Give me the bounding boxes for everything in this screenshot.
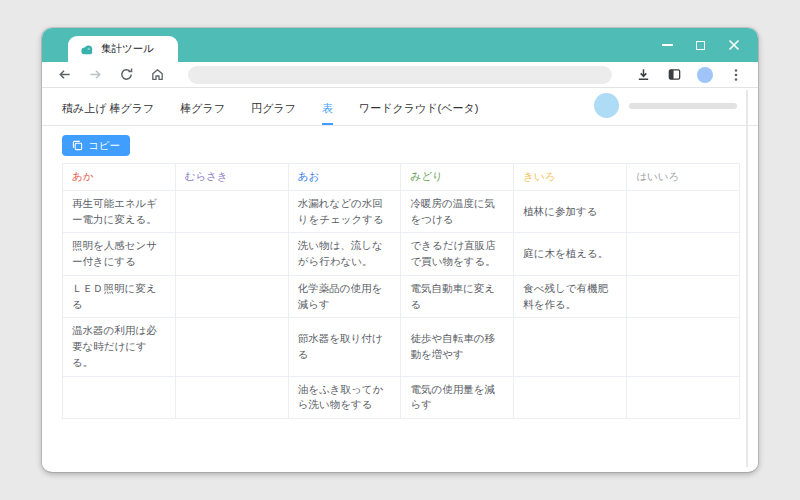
back-icon[interactable]: [56, 67, 72, 83]
table-cell: [175, 233, 288, 276]
side-panel-icon[interactable]: [666, 67, 682, 83]
desktop-background: 集計ツール: [0, 0, 800, 500]
table-cell: 食べ残しで有機肥料を作る。: [514, 275, 627, 318]
page-content: 積み上げ 棒グラフ棒グラフ円グラフ表ワードクラウド(ベータ) コピー あかむらさ…: [42, 88, 758, 471]
table-cell: できるだけ直販店で買い物をする。: [401, 233, 514, 276]
download-icon[interactable]: [635, 67, 651, 83]
table-cell: [627, 318, 740, 376]
column-header: あお: [288, 164, 401, 191]
table-header-row: あかむらさきあおみどりきいろはいいろ: [63, 164, 740, 191]
table-cell: 水漏れなどの水回りをチェックする: [288, 190, 401, 233]
page-tab-1[interactable]: 積み上げ 棒グラフ: [62, 101, 154, 125]
data-table: あかむらさきあおみどりきいろはいいろ 再生可能エネルギー電力に変える。水漏れなど…: [62, 163, 740, 419]
table-cell: [514, 318, 627, 376]
table-cell: [627, 376, 740, 419]
table-cell: 庭に木を植える。: [514, 233, 627, 276]
table-cell: 洗い物は、流しながら行わない。: [288, 233, 401, 276]
column-header: あか: [63, 164, 176, 191]
column-header: きいろ: [514, 164, 627, 191]
table-row: 再生可能エネルギー電力に変える。水漏れなどの水回りをチェックする冷暖房の温度に気…: [63, 190, 740, 233]
table-cell: [175, 318, 288, 376]
maximize-icon[interactable]: [694, 39, 707, 52]
table-cell: [175, 376, 288, 419]
profile-avatar[interactable]: [697, 67, 713, 83]
table-cell: 油をふき取ってから洗い物をする: [288, 376, 401, 419]
page-tab-2[interactable]: 棒グラフ: [180, 101, 225, 125]
table-cell: ＬＥＤ照明に変える: [63, 275, 176, 318]
cloud-favicon-icon: [80, 44, 94, 55]
table-cell: [627, 190, 740, 233]
table-body: 再生可能エネルギー電力に変える。水漏れなどの水回りをチェックする冷暖房の温度に気…: [63, 190, 740, 418]
table-cell: 照明を人感センサー付きにする: [63, 233, 176, 276]
table-cell: 徒歩や自転車の移動を増やす: [401, 318, 514, 376]
table-cell: [175, 275, 288, 318]
table-cell: 化学薬品の使用を減らす: [288, 275, 401, 318]
column-header: はいいろ: [627, 164, 740, 191]
browser-window: 集計ツール: [42, 28, 758, 472]
scrollbar-track[interactable]: [746, 90, 748, 467]
table-cell: [627, 233, 740, 276]
loading-skeleton: [594, 93, 737, 118]
table-cell: 冷暖房の温度に気をつける: [401, 190, 514, 233]
titlebar: 集計ツール: [42, 28, 758, 62]
minimize-icon[interactable]: [661, 39, 674, 52]
table-cell: [175, 190, 288, 233]
window-controls: [661, 28, 740, 62]
copy-icon: [72, 140, 83, 151]
table-row: 照明を人感センサー付きにする洗い物は、流しながら行わない。できるだけ直販店で買い…: [63, 233, 740, 276]
copy-button-label: コピー: [88, 139, 120, 153]
table-cell: [63, 376, 176, 419]
reload-icon[interactable]: [118, 67, 134, 83]
column-header: みどり: [401, 164, 514, 191]
page-tab-4[interactable]: 表: [322, 101, 333, 125]
page-tab-5[interactable]: ワードクラウド(ベータ): [359, 101, 478, 125]
address-bar[interactable]: [188, 66, 612, 84]
browser-toolbar: [42, 62, 758, 88]
copy-button[interactable]: コピー: [62, 135, 130, 156]
tabs-divider: [42, 125, 758, 126]
table-cell: [627, 275, 740, 318]
menu-dots-icon[interactable]: [728, 67, 744, 83]
browser-tab[interactable]: 集計ツール: [68, 36, 178, 62]
table-cell: [514, 376, 627, 419]
avatar-placeholder: [594, 93, 619, 118]
table-cell: 再生可能エネルギー電力に変える。: [63, 190, 176, 233]
column-header: むらさき: [175, 164, 288, 191]
table-cell: 植林に参加する: [514, 190, 627, 233]
table-cell: 温水器の利用は必要な時だけにする。: [63, 318, 176, 376]
forward-icon[interactable]: [87, 67, 103, 83]
table-row: ＬＥＤ照明に変える化学薬品の使用を減らす電気自動車に変える食べ残しで有機肥料を作…: [63, 275, 740, 318]
table-cell: 電気自動車に変える: [401, 275, 514, 318]
table-row: 温水器の利用は必要な時だけにする。節水器を取り付ける徒歩や自転車の移動を増やす: [63, 318, 740, 376]
close-icon[interactable]: [727, 39, 740, 52]
page-tab-3[interactable]: 円グラフ: [251, 101, 296, 125]
browser-tab-title: 集計ツール: [101, 42, 154, 56]
table-row: 油をふき取ってから洗い物をする電気の使用量を減らす: [63, 376, 740, 419]
home-icon[interactable]: [149, 67, 165, 83]
table-cell: 電気の使用量を減らす: [401, 376, 514, 419]
progress-bar: [629, 103, 737, 109]
table-cell: 節水器を取り付ける: [288, 318, 401, 376]
